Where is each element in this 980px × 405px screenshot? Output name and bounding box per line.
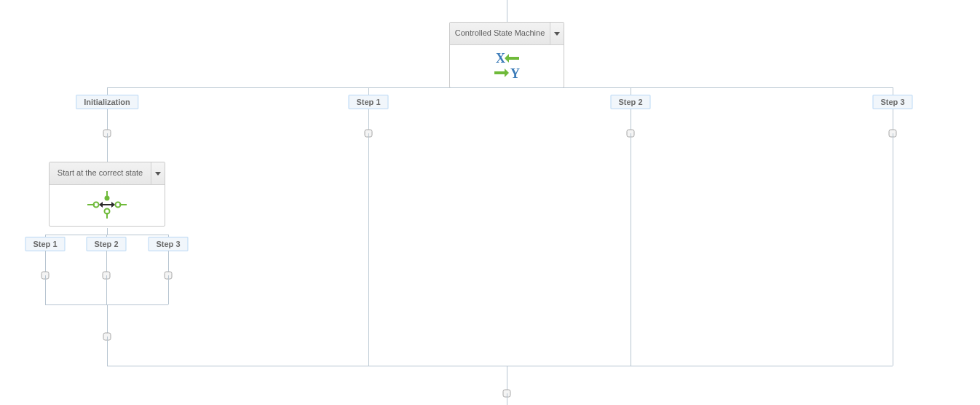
chevron-down-icon [155,172,161,176]
node-menu-button[interactable] [550,23,564,44]
svg-rect-1 [509,57,519,60]
branch-label-step-2[interactable]: Step 2 [610,95,650,109]
connector-col-1 [368,133,369,366]
connector-col-3 [893,133,893,366]
connector-sub-leg-2 [168,275,169,304]
switch-icon [87,191,127,219]
connector-sub-stem [107,228,108,235]
branch-label-step-1[interactable]: Step 1 [348,95,388,109]
connector-sub-leg-1 [106,275,107,304]
svg-text:X: X [496,51,505,66]
chevron-down-icon [554,32,560,36]
svg-text:Y: Y [510,66,520,80]
connector-main-hbar [107,87,893,88]
connector-sub-leg-0 [45,275,46,304]
sub-branch-label-step-2[interactable]: Step 2 [86,237,126,251]
connector-col-0-top [107,133,108,162]
connector-entry [507,0,507,22]
svg-rect-12 [103,204,111,205]
svg-point-8 [105,196,110,201]
connector-bottom-hbar [107,366,893,366]
connector-col-0-bottom [107,337,108,366]
node-title: Controlled State Machine [450,23,550,44]
sub-branch-label-step-3[interactable]: Step 3 [148,237,188,251]
node-title: Start at the correct state [50,162,151,184]
state-machine-icon: X Y [489,51,525,80]
connector-col-2 [631,133,631,366]
node-start-at-correct-state[interactable]: Start at the correct state [49,162,165,227]
svg-rect-2 [494,71,505,74]
node-menu-button[interactable] [151,162,165,184]
node-controlled-state-machine[interactable]: Controlled State Machine X [449,22,564,88]
sub-branch-label-step-1[interactable]: Step 1 [25,237,65,251]
branch-label-step-3[interactable]: Step 3 [872,95,912,109]
branch-label-initialization[interactable]: Initialization [76,95,138,109]
connector-sub-merge-stem [107,304,108,337]
connector-exit [507,393,507,405]
